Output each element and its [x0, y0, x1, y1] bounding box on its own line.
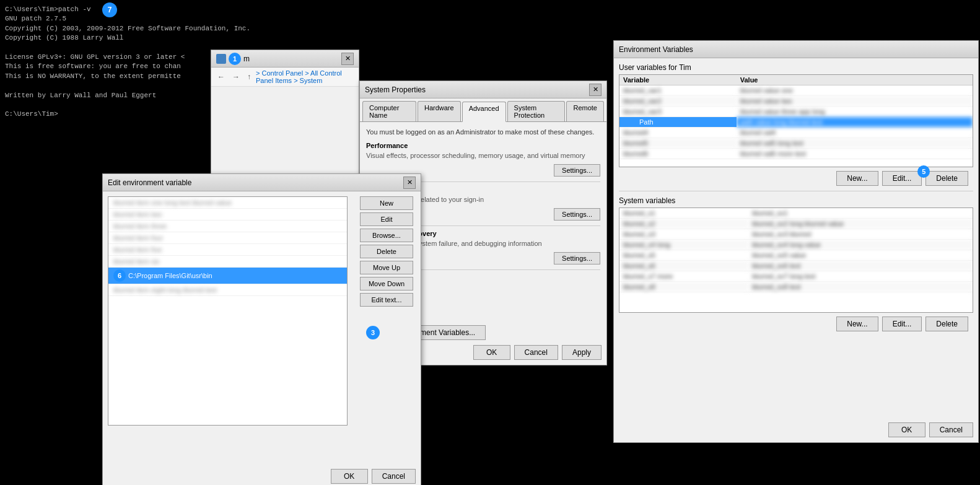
- tab-advanced[interactable]: Advanced: [462, 102, 506, 122]
- step-3-bubble: 3: [366, 326, 380, 339]
- edit-path-button[interactable]: Edit: [360, 212, 413, 226]
- user-var-row-4[interactable]: blurred4 blurred val4: [619, 128, 973, 138]
- user-var-row-5[interactable]: blurred5 blurred val5 long text: [619, 138, 973, 149]
- user-var-name-5: blurred5: [619, 138, 737, 149]
- sys-var-name-1: blurred_s1: [619, 208, 748, 219]
- var-value-header: Value: [737, 75, 973, 85]
- user-var-name-4: blurred4: [619, 128, 737, 138]
- sys-var-row-7[interactable]: blurred_s7 more blurred_sv7 long text: [619, 271, 973, 282]
- move-down-button[interactable]: Move Down: [360, 277, 413, 291]
- nav-bar: ← → ↑ > Control Panel > All Control Pane…: [211, 68, 359, 87]
- sys-var-row-3[interactable]: blurred_s3 blurred_sv3 blurred: [619, 229, 973, 240]
- apply-button-system-props[interactable]: Apply: [562, 345, 602, 360]
- new-path-button[interactable]: New: [360, 196, 413, 210]
- system-vars-section: System variables blurred_s1 blurred_sv1 …: [619, 196, 973, 331]
- sys-var-value-2: blurred_sv2 long blurred value: [748, 219, 973, 229]
- edit-env-title: Edit environment variable: [108, 178, 191, 187]
- env-list-item-1[interactable]: blurred item one long text blurred value: [108, 197, 347, 209]
- user-vars-buttons: New... Edit... 5 Delete: [624, 171, 968, 186]
- system-vars-new-button[interactable]: New...: [836, 317, 878, 331]
- sys-var-row-8[interactable]: blurred_s8 blurred_sv8 text: [619, 282, 973, 292]
- user-var-row-2[interactable]: blurred_var2 blurred value two: [619, 96, 973, 107]
- env-list-item-8[interactable]: blurred item eight long blurred text: [108, 284, 347, 296]
- up-arrow[interactable]: ↑: [245, 71, 253, 82]
- user-var-value-6: blurred val6 more text: [737, 149, 973, 159]
- edit-env-cancel-button[interactable]: Cancel: [372, 469, 416, 484]
- sys-var-row-1[interactable]: blurred_s1 blurred_sv1: [619, 208, 973, 219]
- edit-env-ok-button[interactable]: OK: [331, 469, 368, 484]
- env-vars-title: Environment Variables: [619, 45, 693, 54]
- delete-path-button[interactable]: Delete: [360, 245, 413, 258]
- user-var-row-path[interactable]: 4 Path path value long blurred text: [619, 117, 973, 128]
- sys-var-name-5: blurred_s5: [619, 250, 748, 261]
- move-up-button[interactable]: Move Up: [360, 261, 413, 274]
- user-var-name-1: blurred_var1: [619, 85, 737, 96]
- system-props-footer: OK Cancel Apply: [473, 345, 602, 360]
- sys-var-name-7: blurred_s7 more: [619, 271, 748, 282]
- system-vars-edit-button[interactable]: Edit...: [882, 317, 922, 331]
- env-vars-window: Environment Variables User variables for…: [613, 40, 979, 443]
- env-list-item-6[interactable]: blurred item six: [108, 256, 347, 268]
- browse-path-button[interactable]: Browse...: [360, 229, 413, 242]
- forward-arrow[interactable]: →: [230, 71, 242, 82]
- env-list-item-2[interactable]: blurred item two: [108, 209, 347, 221]
- terminal-line4: Copyright (C) 1988 Larry Wall: [5, 33, 354, 43]
- user-vars-edit-button[interactable]: Edit... 5: [882, 171, 922, 186]
- control-panel-title: m: [243, 55, 250, 63]
- sys-var-value-7: blurred_sv7 long text: [748, 271, 973, 282]
- edit-text-button[interactable]: Edit text...: [360, 293, 413, 307]
- user-var-value-3: blurred value three app long: [737, 107, 973, 117]
- sys-var-row-6[interactable]: blurred_s6 blurred_sv6 text: [619, 261, 973, 271]
- tab-computer-name[interactable]: Computer Name: [362, 101, 416, 121]
- close-system-props-button[interactable]: ✕: [589, 84, 602, 96]
- sys-var-name-4: blurred_s4 long: [619, 240, 748, 250]
- env-list-item-4[interactable]: blurred item four: [108, 232, 347, 244]
- sys-var-row-5[interactable]: blurred_s5 blurred_sv5 value: [619, 250, 973, 261]
- system-vars-delete-button[interactable]: Delete: [925, 317, 968, 331]
- user-vars-section: User variables for Tim Variable Value bl…: [619, 63, 973, 186]
- user-vars-new-button[interactable]: New...: [836, 171, 878, 186]
- sys-var-row-2[interactable]: blurred_s2 blurred_sv2 long blurred valu…: [619, 219, 973, 229]
- user-var-value-1: blurred value one: [737, 85, 973, 96]
- edit-env-titlebar: Edit environment variable ✕: [103, 174, 421, 191]
- env-list-item-5[interactable]: blurred item five: [108, 244, 347, 256]
- env-list-box[interactable]: blurred item one long text blurred value…: [108, 196, 348, 426]
- sys-var-row-4[interactable]: blurred_s4 long blurred_sv4 long value: [619, 240, 973, 250]
- system-props-title: System Properties: [365, 85, 426, 94]
- sys-var-name-6: blurred_s6: [619, 261, 748, 271]
- user-vars-table[interactable]: Variable Value blurred_var1 blurred valu…: [619, 74, 973, 167]
- tab-remote[interactable]: Remote: [566, 101, 604, 121]
- user-profiles-settings-button[interactable]: Settings...: [554, 208, 600, 221]
- close-edit-env-button[interactable]: ✕: [403, 177, 416, 189]
- user-var-row-6[interactable]: blurred6 blurred val6 more text: [619, 149, 973, 159]
- env-vars-cancel-button[interactable]: Cancel: [929, 422, 973, 437]
- user-var-row-3[interactable]: blurred_var3 blurred value three app lon…: [619, 107, 973, 117]
- user-var-row-1[interactable]: blurred_var1 blurred value one: [619, 85, 973, 96]
- admin-info-text: You must be logged on as an Administrato…: [366, 128, 600, 136]
- terminal-line1: C:\Users\Tim>patch -v: [5, 5, 354, 14]
- env-list-item-7-text: C:\Program Files\Git\usr\bin: [128, 272, 212, 279]
- tab-hardware[interactable]: Hardware: [418, 101, 461, 121]
- performance-settings-button[interactable]: Settings...: [554, 164, 600, 177]
- user-var-name-3: blurred_var3: [619, 107, 737, 117]
- env-list-item-7[interactable]: 6 C:\Program Files\Git\usr\bin: [108, 268, 347, 284]
- control-panel-titlebar: 1 m ✕: [211, 50, 359, 68]
- back-arrow[interactable]: ←: [215, 71, 227, 82]
- sys-var-value-4: blurred_sv4 long value: [748, 240, 973, 250]
- user-vars-delete-button[interactable]: Delete: [925, 171, 968, 186]
- breadcrumb: > Control Panel > All Control Panel Item…: [256, 69, 355, 84]
- system-vars-table[interactable]: blurred_s1 blurred_sv1 blurred_s2 blurre…: [619, 208, 973, 313]
- tab-system-protection[interactable]: System Protection: [507, 101, 566, 121]
- sys-var-value-6: blurred_sv6 text: [748, 261, 973, 271]
- user-var-value-4: blurred val4: [737, 128, 973, 138]
- close-control-panel-button[interactable]: ✕: [341, 53, 354, 65]
- system-props-titlebar: System Properties ✕: [360, 81, 606, 98]
- cancel-button-system-props[interactable]: Cancel: [514, 345, 558, 360]
- startup-settings-button[interactable]: Settings...: [554, 252, 600, 264]
- env-list-item-3[interactable]: blurred item three: [108, 221, 347, 232]
- env-vars-ok-button[interactable]: OK: [888, 422, 925, 437]
- ok-button-system-props[interactable]: OK: [473, 345, 510, 360]
- user-var-name-2: blurred_var2: [619, 96, 737, 107]
- step-1-bubble: 1: [229, 53, 241, 65]
- var-name-header: Variable: [619, 75, 737, 85]
